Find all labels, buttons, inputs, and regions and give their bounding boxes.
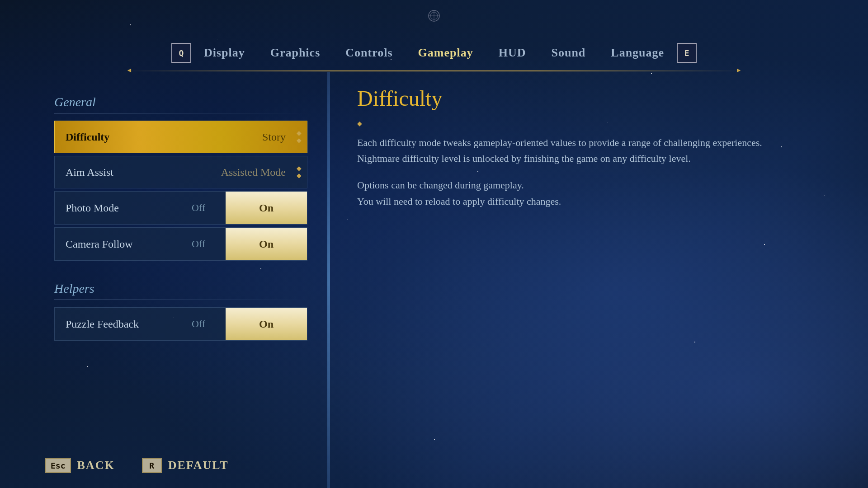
camera-follow-on[interactable]: On [226,228,307,260]
logo-icon [420,7,448,25]
header: Q Display Graphics Controls Gameplay HUD… [0,0,868,72]
aim-assist-arrow-up[interactable]: ◆ [297,165,302,172]
left-panel: General Difficulty Story ◆ ◆ Aim Assist … [0,72,326,488]
camera-follow-row[interactable]: Camera Follow Off On [54,227,307,261]
difficulty-label: Difficulty [55,131,251,143]
photo-mode-row[interactable]: Photo Mode Off On [54,191,307,225]
difficulty-row[interactable]: Difficulty Story ◆ ◆ [54,121,307,153]
bottom-bar: Esc BACK R DEFAULT [0,443,868,488]
aim-assist-value: Assisted Mode [210,166,297,178]
back-key-badge: Esc [45,458,71,473]
tab-language[interactable]: Language [598,42,677,63]
general-divider [54,113,307,113]
default-key-badge: R [142,458,162,473]
nav-prev-key[interactable]: Q [171,43,191,63]
detail-diamond: ◆ [357,120,832,127]
difficulty-arrow-down[interactable]: ◆ [297,137,302,144]
helpers-divider [54,300,307,300]
puzzle-feedback-toggle: Off On [171,308,307,340]
puzzle-feedback-label: Puzzle Feedback [55,318,171,330]
camera-follow-toggle: Off On [171,228,307,260]
detail-title: Difficulty [357,86,832,111]
camera-follow-off[interactable]: Off [171,228,226,260]
puzzle-feedback-on[interactable]: On [226,308,307,340]
photo-mode-label: Photo Mode [55,202,171,214]
back-label: BACK [77,459,115,472]
nav-next-key[interactable]: E [677,43,697,63]
tab-controls[interactable]: Controls [333,42,405,63]
photo-mode-toggle: Off On [171,192,307,224]
difficulty-arrow-up[interactable]: ◆ [297,130,302,136]
tab-display[interactable]: Display [191,42,258,63]
puzzle-feedback-row[interactable]: Puzzle Feedback Off On [54,307,307,341]
photo-mode-off[interactable]: Off [171,192,226,224]
main-content: General Difficulty Story ◆ ◆ Aim Assist … [0,72,868,488]
nav-container: Q Display Graphics Controls Gameplay HUD… [171,42,697,63]
tab-gameplay[interactable]: Gameplay [406,42,486,63]
general-section-title: General [54,95,307,109]
back-button[interactable]: Esc BACK [45,458,115,473]
camera-follow-label: Camera Follow [55,238,171,250]
difficulty-value: Story [251,131,297,143]
right-panel: Difficulty ◆ Each difficulty mode tweaks… [330,72,868,488]
puzzle-feedback-off[interactable]: Off [171,308,226,340]
aim-assist-arrows: ◆ ◆ [297,165,307,179]
aim-assist-label: Aim Assist [55,166,210,178]
nav-line [126,70,742,71]
difficulty-arrows: ◆ ◆ [297,130,307,144]
tab-graphics[interactable]: Graphics [258,42,333,63]
helpers-section-title: Helpers [54,282,307,296]
detail-paragraph-1: Each difficulty mode tweaks gameplay-ori… [357,135,832,166]
default-label: DEFAULT [168,459,229,472]
detail-paragraph-2: Options can be changed during gameplay.Y… [357,177,832,209]
aim-assist-row[interactable]: Aim Assist Assisted Mode ◆ ◆ [54,156,307,188]
tab-sound[interactable]: Sound [538,42,598,63]
default-button[interactable]: R DEFAULT [142,458,229,473]
photo-mode-on[interactable]: On [226,192,307,224]
tab-hud[interactable]: HUD [486,42,539,63]
aim-assist-arrow-down[interactable]: ◆ [297,173,302,179]
